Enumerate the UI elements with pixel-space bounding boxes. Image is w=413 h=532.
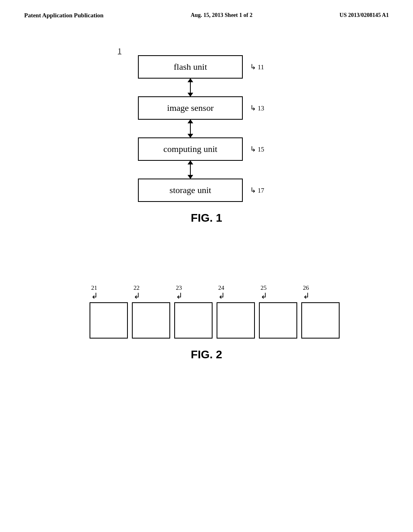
- computing-unit-block: computing unit: [138, 137, 243, 161]
- fig2-section: 21 ↲ 22 ↲ 23 ↲: [0, 273, 413, 361]
- fig2-boxes-row: 21 ↲ 22 ↲ 23 ↲: [90, 285, 348, 339]
- fig2-ref-26: 26 ↲: [303, 285, 310, 301]
- storage-unit-ref-symbol: ↳: [250, 186, 256, 194]
- fig2-ref-arrow-23: ↲: [176, 291, 183, 301]
- arrow-1: [138, 79, 243, 96]
- fig2-ref-arrow-21: ↲: [91, 291, 98, 301]
- fig2-box-23: [174, 302, 213, 339]
- fig2-box-24: [217, 302, 255, 339]
- fig1-section: 1 flash unit ↳ 11 image sensor: [0, 51, 413, 224]
- flash-unit-label: flash unit: [174, 62, 207, 72]
- fig2-ref-arrow-25: ↲: [261, 291, 267, 301]
- fig2-box-21: [90, 302, 128, 339]
- storage-unit-ref-num: 17: [258, 187, 264, 194]
- fig2-box-25: [259, 302, 297, 339]
- storage-unit-row: storage unit ↳ 17: [138, 179, 264, 202]
- double-arrow-3: [190, 161, 191, 179]
- page-header: Patent Application Publication Aug. 15, …: [0, 0, 413, 27]
- flash-unit-ref-symbol: ↳: [250, 63, 256, 71]
- computing-unit-ref-symbol: ↳: [250, 145, 256, 153]
- arrow-3: [138, 161, 243, 179]
- fig2-ref-arrow-22: ↲: [133, 291, 140, 301]
- fig2-ref-24: 24 ↲: [218, 285, 225, 301]
- fig1-container: 1 flash unit ↳ 11 image sensor: [106, 51, 307, 202]
- flash-unit-row: flash unit ↳ 11: [138, 55, 264, 79]
- flash-unit-block: flash unit: [138, 55, 243, 79]
- image-sensor-row: image sensor ↳ 13: [138, 96, 264, 120]
- computing-unit-row: computing unit ↳ 15: [138, 137, 264, 161]
- fig2-item-24: 24 ↲: [217, 285, 255, 339]
- image-sensor-block: image sensor: [138, 96, 243, 120]
- fig2-ref-arrow-26: ↲: [303, 291, 310, 301]
- fig2-ref-num-23: 23: [176, 285, 182, 291]
- fig2-box-26: [301, 302, 340, 339]
- fig2-item-25: 25 ↲: [259, 285, 297, 339]
- computing-unit-ref-num: 15: [258, 146, 264, 153]
- storage-unit-ref: ↳ 17: [250, 186, 264, 195]
- fig2-ref-22: 22 ↲: [133, 285, 140, 301]
- fig2-label: FIG. 2: [191, 348, 222, 361]
- double-arrow-1: [190, 79, 191, 96]
- header-date-sheet: Aug. 15, 2013 Sheet 1 of 2: [191, 12, 252, 19]
- fig2-item-22: 22 ↲: [132, 285, 170, 339]
- fig2-ref-num-22: 22: [133, 285, 140, 291]
- image-sensor-ref-num: 13: [258, 105, 264, 112]
- fig2-ref-num-26: 26: [303, 285, 309, 291]
- computing-unit-label: computing unit: [163, 144, 217, 154]
- header-patent-number: US 2013/0208145 A1: [340, 12, 389, 19]
- image-sensor-ref: ↳ 13: [250, 104, 264, 112]
- flash-unit-ref: ↳ 11: [250, 62, 264, 71]
- fig2-container: 21 ↲ 22 ↲ 23 ↲: [65, 273, 348, 339]
- fig2-ref-num-25: 25: [261, 285, 267, 291]
- fig2-ref-25: 25 ↲: [261, 285, 267, 301]
- blocks-wrapper: flash unit ↳ 11 image sensor ↳ 13: [138, 55, 307, 202]
- image-sensor-label: image sensor: [167, 103, 213, 113]
- fig2-box-22: [132, 302, 170, 339]
- system-ref-label: 1: [118, 47, 121, 56]
- fig2-ref-21: 21 ↲: [91, 285, 98, 301]
- fig2-item-23: 23 ↲: [174, 285, 213, 339]
- image-sensor-ref-symbol: ↳: [250, 104, 256, 112]
- fig2-item-26: 26 ↲: [301, 285, 340, 339]
- arrow-2: [138, 120, 243, 137]
- storage-unit-label: storage unit: [169, 185, 211, 195]
- flash-unit-ref-num: 11: [258, 64, 264, 71]
- fig2-ref-num-21: 21: [91, 285, 97, 291]
- storage-unit-block: storage unit: [138, 179, 243, 202]
- header-publication-label: Patent Application Publication: [24, 12, 104, 19]
- computing-unit-ref: ↳ 15: [250, 145, 264, 154]
- fig1-label: FIG. 1: [191, 212, 222, 224]
- fig2-ref-arrow-24: ↲: [218, 291, 225, 301]
- fig2-ref-num-24: 24: [218, 285, 224, 291]
- fig2-ref-23: 23 ↲: [176, 285, 183, 301]
- fig2-item-21: 21 ↲: [90, 285, 128, 339]
- double-arrow-2: [190, 120, 191, 137]
